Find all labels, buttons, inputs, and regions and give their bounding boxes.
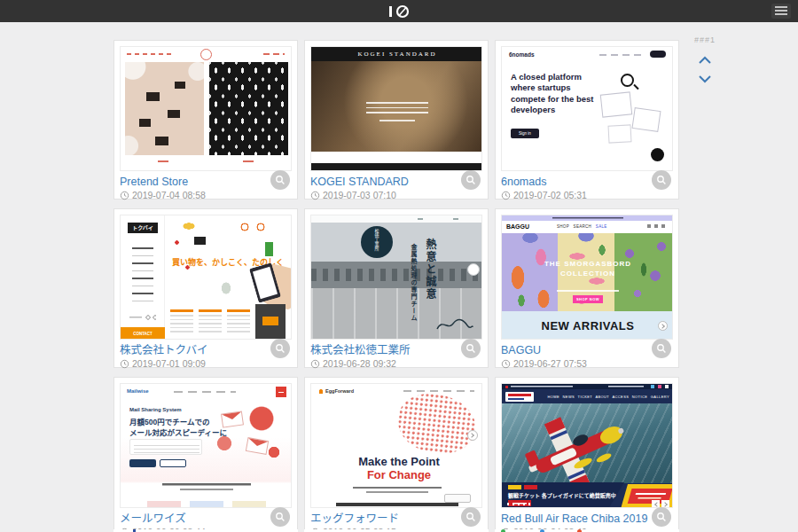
zoom-button[interactable] (461, 339, 481, 358)
thumbnail-link[interactable]: EggForward Make the Point For Change (310, 383, 482, 508)
date-row: 2019-07-02 05:31 (501, 190, 673, 200)
decor-nav-icons (647, 224, 667, 228)
zoom-button[interactable] (652, 170, 671, 190)
decor-captions (121, 160, 292, 162)
decor-bottom-headline (336, 503, 458, 506)
clock-icon (310, 191, 320, 200)
scroll-down-button[interactable] (697, 71, 713, 82)
site-card: Pretend Store 2019-07-04 08:58 (113, 40, 298, 200)
thumbnail-link[interactable]: BAGGU SHOP SEARCH SALE THE SMORGASBORD C… (501, 215, 673, 340)
clock-icon (501, 191, 511, 200)
zoom-button[interactable] (461, 170, 481, 190)
decor-magnifier-sketch (621, 74, 634, 87)
decor-sidebar-menu (132, 247, 153, 306)
decor-quote-box (129, 439, 202, 455)
decor-nav-pill (650, 51, 666, 58)
date-text: 2019-07-02 05:31 (513, 190, 587, 200)
date-text: 2019-06-27 07:53 (513, 358, 587, 369)
hamburger-menu-button[interactable] (771, 4, 791, 19)
site-title-link[interactable]: KOGEI STANDARD (310, 176, 482, 188)
decor-tagline: Mail Sharing System (129, 407, 182, 412)
thumbnail-link[interactable]: トクバイ CONTACT 買い物を、かしこく、たのしく (120, 215, 292, 340)
decor-hero-caption (557, 290, 619, 292)
date-text: 2019-07-03 07:10 (323, 190, 396, 200)
decor-signin-button: Sign in (511, 129, 539, 138)
decor-headline-1: 月額500円でチームでの (129, 416, 209, 426)
decor-nav-search: SEARCH (574, 224, 592, 229)
zoom-button[interactable] (270, 339, 290, 358)
chevron-down-icon (698, 74, 712, 83)
thumbnail-link[interactable]: HOME NEWS TICKET ABOUT ACCESS NOTICE GAL… (501, 383, 673, 508)
magnifier-icon (656, 512, 667, 522)
thumbnail-link[interactable]: 6nomads A closed platform where startups… (501, 46, 673, 171)
date-row: 2019-06-27 07:53 (501, 358, 673, 369)
zoom-button[interactable] (270, 507, 290, 527)
decor-arrow-circle (658, 321, 668, 331)
site-title-link[interactable]: メールワイズ (120, 512, 292, 525)
decor-ticket-text: 観戦チケット 各プレイガイドにて絶賛販売中 (508, 491, 628, 499)
zoom-button[interactable] (270, 170, 290, 190)
decor-nav-sale: SALE (596, 224, 607, 229)
zoom-button[interactable] (461, 507, 481, 527)
site-title-link[interactable]: 株式会社松徳工業所 (310, 344, 482, 356)
clock-icon (120, 191, 129, 200)
decor-cube-2 (631, 107, 661, 132)
decor-site-header (311, 215, 482, 223)
decor-envelope-1 (221, 411, 244, 427)
decor-cube-1 (600, 91, 633, 117)
decor-logo: EggForward (318, 388, 354, 394)
clock-icon (501, 359, 511, 369)
decor-footer-band (311, 163, 482, 171)
decor-subtext (348, 487, 446, 494)
decor-contact-button: CONTACT (121, 327, 165, 340)
io-logo-icon[interactable] (387, 4, 414, 20)
magnifier-icon (275, 343, 286, 354)
site-title-link[interactable]: エッグフォワード (310, 512, 482, 525)
scroll-up-button[interactable] (697, 52, 713, 63)
magnifier-icon (275, 175, 286, 185)
site-card: KOGEI STANDARD KOGEI STANDARD 2019-07-03… (304, 40, 489, 200)
decor-topbar (502, 384, 673, 389)
decor-bottom-cards (147, 501, 266, 508)
chevron-right-icon (662, 502, 668, 507)
magnifier-icon (656, 343, 667, 354)
decor-buildings (311, 262, 482, 288)
decor-tag-yellow (508, 485, 521, 489)
thumbnail-link[interactable]: Mailwise Mail Sharing System 月額500円でチームで… (120, 383, 292, 508)
site-title-link[interactable]: BAGGU (501, 344, 673, 356)
chevron-right-icon (660, 324, 665, 329)
decor-copy-sub: 金属熱処理の専門チーム (409, 244, 418, 332)
date-text: 2019-07-01 09:09 (132, 358, 206, 369)
date-row: 2019-06-28 09:32 (310, 358, 482, 369)
zoom-button[interactable] (652, 507, 671, 527)
decor-bottom-text (153, 483, 260, 492)
magnifier-icon (656, 175, 667, 185)
magnifier-icon (466, 175, 476, 185)
decor-white-band (311, 152, 482, 163)
decor-news-col-3 (227, 309, 250, 334)
decor-dark-block (255, 304, 286, 340)
date-row: 2019-07-04 08:58 (120, 190, 292, 200)
zoom-button[interactable] (652, 339, 671, 358)
decor-shopnow-button: SHOP NOW (573, 295, 603, 303)
clock-icon (120, 359, 129, 369)
decor-copy-main: 熱意と誠意 (423, 239, 438, 320)
thumbnail-link[interactable]: KOGEI STANDARD (310, 46, 482, 171)
site-title-link[interactable]: Pretend Store (120, 176, 292, 188)
decor-nav-right (263, 53, 285, 55)
decor-site-logo (505, 392, 534, 402)
date-row: 2019-07-01 09:09 (120, 358, 292, 369)
site-title-link[interactable]: 6nomads (501, 176, 673, 188)
decor-outline-button (444, 494, 471, 503)
decor-logo: 6nomads (509, 51, 535, 58)
site-title-link[interactable]: 株式会社トクバイ (120, 344, 292, 356)
decor-logo: Mailwise (127, 388, 149, 394)
site-title-link[interactable]: Red Bull Air Race Chiba 2019 (501, 512, 673, 525)
thumbnail-link[interactable]: 松徳工業所 熱意と誠意 金属熱処理の専門チーム (310, 215, 482, 340)
chevron-right-icon (469, 433, 474, 438)
decor-arrow-circle (467, 430, 478, 441)
thumbnail-link[interactable] (120, 46, 292, 171)
decor-hero-text (366, 102, 428, 116)
site-card: BAGGU SHOP SEARCH SALE THE SMORGASBORD C… (495, 208, 679, 368)
magnifier-icon (275, 512, 286, 522)
